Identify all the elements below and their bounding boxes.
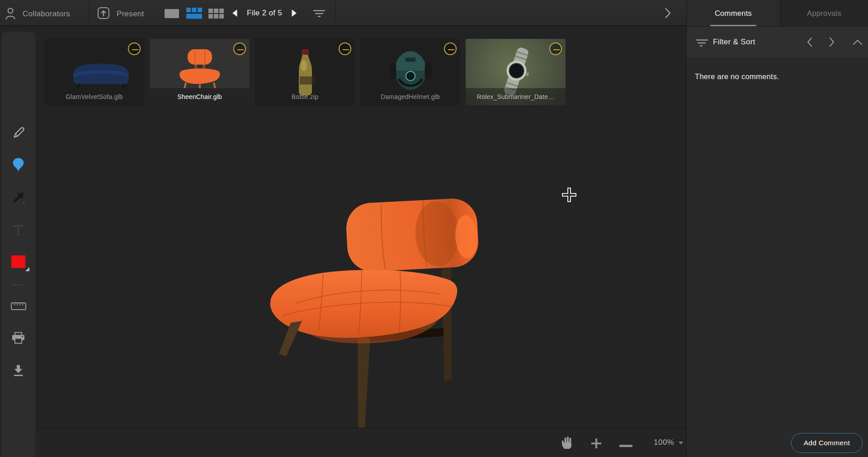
filter-icon	[696, 38, 709, 49]
top-toolbar: Collaborators Present	[0, 0, 686, 26]
caret-down-icon	[678, 439, 684, 446]
view-mode-grid-button[interactable]	[208, 8, 224, 20]
minus-icon	[619, 442, 632, 449]
previous-comment-button[interactable]	[806, 37, 814, 49]
arrow-annotation-tool-button[interactable]	[1, 191, 35, 207]
zoom-out-button[interactable]	[619, 442, 632, 449]
sort-files-button[interactable]	[312, 9, 326, 19]
single-view-icon	[164, 8, 179, 20]
red-swatch-icon	[11, 255, 25, 268]
chevron-right-icon	[828, 42, 836, 49]
print-button[interactable]	[1, 331, 35, 346]
comment-pin-tool-button[interactable]	[1, 158, 35, 174]
tab-approvals[interactable]: Approvals	[780, 0, 868, 26]
draw-tool-button[interactable]	[1, 126, 35, 141]
pin-icon	[12, 158, 24, 174]
file-name: DamagedHelmet.glb	[360, 88, 460, 105]
review-status-badge-minus-icon[interactable]	[444, 42, 457, 55]
tab-comments[interactable]: Comments	[687, 0, 780, 26]
zoom-level-dropdown[interactable]: 100%	[654, 438, 684, 447]
file-tile-selected[interactable]: SheenChair.glb	[150, 39, 250, 105]
download-icon	[12, 364, 25, 378]
file-counter: File 2 of 5	[244, 0, 285, 26]
file-tile[interactable]: DamagedHelmet.glb	[360, 39, 460, 105]
filter-sort-label: Filter & Sort	[713, 38, 755, 47]
zoom-level-label: 100%	[654, 438, 674, 447]
chevron-right-icon	[664, 7, 672, 20]
no-comments-message: There are no comments.	[695, 72, 779, 81]
review-panel: Comments Approvals Filter & Sort	[686, 0, 868, 457]
chevron-left-icon	[806, 42, 814, 49]
printer-icon	[11, 331, 25, 346]
arrow-icon	[11, 191, 26, 207]
plus-icon	[590, 437, 603, 451]
file-name: GlamVelvetSofa.glb	[44, 88, 144, 105]
toolbar-divider	[89, 0, 89, 25]
ruler-icon	[11, 302, 26, 312]
review-status-badge-minus-icon[interactable]	[128, 42, 141, 55]
color-swatch-button[interactable]	[1, 255, 35, 268]
viewer-controls-bar: 100%	[35, 428, 686, 457]
measure-tool-button[interactable]	[1, 302, 35, 312]
crosshair-cursor	[561, 186, 578, 203]
chevron-up-icon	[852, 40, 863, 47]
next-file-button[interactable]	[291, 9, 297, 19]
view-mode-single-button[interactable]	[164, 8, 179, 20]
filmstrip: GlamVelvetSofa.glb SheenChair.glb Bottle…	[44, 39, 566, 105]
add-comment-button[interactable]: Add Comment	[791, 433, 863, 453]
hand-icon	[561, 436, 573, 451]
zoom-in-button[interactable]	[590, 437, 603, 451]
review-status-badge-minus-icon[interactable]	[339, 42, 351, 55]
filter-sort-bar: Filter & Sort	[687, 27, 868, 59]
file-name: Rolex_Submariner_Date…	[466, 88, 566, 105]
grid-view-icon	[208, 8, 224, 20]
review-status-badge-minus-icon[interactable]	[549, 42, 562, 55]
text-icon	[12, 224, 24, 237]
previous-arrow-icon	[231, 9, 238, 19]
pencil-icon	[12, 126, 25, 141]
view-mode-filmstrip-button[interactable]	[186, 7, 203, 21]
file-tile[interactable]: GlamVelvetSofa.glb	[44, 39, 144, 105]
present-icon	[97, 6, 110, 21]
previous-file-button[interactable]	[231, 9, 238, 19]
file-name: SheenChair.glb	[150, 88, 250, 105]
present-label: Present	[117, 9, 144, 19]
collapse-panel-button[interactable]	[664, 7, 672, 20]
toolbar-divider	[335, 0, 335, 25]
model-sheen-chair	[269, 197, 481, 437]
collaborators-button[interactable]: Collaborators	[5, 7, 70, 21]
filmstrip-view-icon	[186, 7, 203, 21]
panel-tabs: Comments Approvals	[687, 0, 868, 27]
file-tile[interactable]: Bottle.zip	[255, 39, 355, 105]
next-comment-button[interactable]	[828, 37, 836, 49]
annotation-toolbar	[1, 32, 35, 457]
pan-tool-button[interactable]	[561, 436, 573, 451]
file-tile[interactable]: Rolex_Submariner_Date…	[466, 39, 566, 105]
app-window: Collaborators Present	[0, 0, 868, 457]
person-icon	[5, 7, 16, 21]
review-status-badge-minus-icon[interactable]	[233, 42, 246, 55]
file-name: Bottle.zip	[255, 88, 355, 105]
sort-filter-icon	[312, 9, 326, 19]
next-arrow-icon	[291, 9, 297, 19]
collapse-filter-button[interactable]	[852, 38, 863, 47]
collaborators-label: Collaborators	[23, 9, 70, 19]
text-tool-button[interactable]	[1, 224, 35, 237]
download-button[interactable]	[1, 364, 35, 378]
toolbar-divider	[11, 285, 25, 285]
present-button[interactable]: Present	[97, 6, 144, 21]
